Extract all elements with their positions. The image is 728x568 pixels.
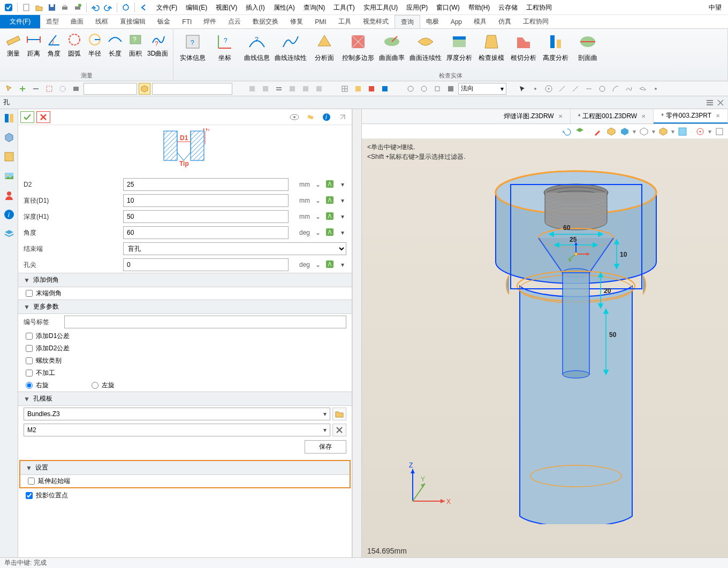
ribbon-item-radius[interactable]: 半径 [85,30,105,59]
ribbon-tab-active[interactable]: 查询 [395,15,420,28]
ribbon-item-thickness[interactable]: 厚度分析 [443,30,475,64]
ribbon-item-curve-info[interactable]: ?曲线信息 [241,30,273,64]
line-icon[interactable] [583,83,595,95]
menu-file[interactable]: 文件(F) [152,1,181,14]
toggle-icon[interactable] [260,83,271,95]
check-d2-tol[interactable] [26,345,33,352]
sync-icon[interactable] [405,83,416,95]
delete-button[interactable] [332,424,346,436]
ribbon-tab[interactable]: 焊件 [198,15,222,28]
circle-icon[interactable] [596,83,608,95]
template-file-combo[interactable]: Bundles.Z3▾ [24,408,330,420]
ribbon-item-entity-info[interactable]: ?实体信息 [177,30,209,64]
print-preview-icon[interactable] [72,2,84,13]
target-icon[interactable] [695,126,706,137]
ribbon-item-analyze-face[interactable]: 分析面 [308,30,340,64]
side-tab-assembly[interactable] [2,131,16,144]
menu-window[interactable]: 窗口(W) [432,1,464,14]
isometric-icon[interactable] [658,126,669,137]
ribbon-tab[interactable]: 钣金 [151,15,176,28]
refresh-icon[interactable] [120,2,132,13]
tool-icon[interactable] [529,83,541,95]
cube-icon[interactable] [606,126,617,137]
ribbon-tab[interactable]: App [445,15,468,28]
toggle-icon[interactable] [300,83,312,95]
ribbon-tab[interactable]: FTI [176,15,198,28]
undo-icon[interactable] [89,2,101,13]
panel-close-icon[interactable] [716,98,725,107]
toggle-icon[interactable] [246,83,258,95]
ribbon-item-angle[interactable]: 角度 [44,30,64,59]
menu-query[interactable]: 查询(N) [299,1,330,14]
check-d1-tol[interactable] [26,333,33,340]
section-chamfer[interactable]: ▼添加倒角 [18,273,352,287]
ribbon-tab[interactable]: 修复 [284,15,309,28]
layers-icon[interactable] [574,126,585,137]
document-tab[interactable]: 焊缝详图.Z3DRW✕ [496,109,571,124]
check-proj-pos[interactable] [26,492,33,499]
play-icon[interactable] [543,83,555,95]
ribbon-tab[interactable]: 点云 [222,15,247,28]
filter-icon[interactable] [70,83,82,95]
line-icon[interactable] [570,83,581,95]
side-tab-user[interactable] [2,188,16,202]
color-icon[interactable] [379,83,391,95]
param-input-angle[interactable] [123,226,289,239]
ribbon-item-undercut[interactable]: 根切分析 [507,30,540,64]
section-icon[interactable] [677,126,688,137]
cube-shaded-icon[interactable] [619,126,630,137]
remove-icon[interactable] [30,83,42,95]
lasso-icon[interactable] [57,83,69,95]
tool-icon[interactable] [556,83,568,95]
side-tab-image[interactable] [2,169,16,183]
ribbon-tab[interactable]: 电极 [420,15,445,28]
apply-icon[interactable] [325,227,336,238]
cancel-button[interactable] [36,111,50,123]
eraser-icon[interactable] [304,111,317,123]
dropdown-icon[interactable]: ▾ [339,229,346,236]
ribbon-item-length[interactable]: 长度 [105,30,125,59]
ribbon-tab[interactable]: PMI [309,15,332,28]
toggle-icon[interactable] [313,83,325,95]
wireframe-icon[interactable] [639,126,649,137]
dropdown-icon[interactable]: ▾ [339,181,346,188]
menu-tools[interactable]: 工具(T) [329,1,359,14]
ok-button[interactable] [20,111,34,123]
visibility-icon[interactable] [287,111,301,123]
dropdown-icon[interactable]: ▾ [339,261,346,268]
radio-left-hand[interactable] [92,382,98,389]
apply-icon[interactable] [325,259,336,270]
side-tab-info[interactable]: i [2,208,16,221]
section-settings[interactable]: ▼设置 [20,461,350,475]
ribbon-tab[interactable]: 造型 [40,15,65,28]
ribbon-tab[interactable]: 视觉样式 [357,15,395,28]
dropdown-icon[interactable]: ⌄ [314,229,322,236]
undo-icon[interactable] [561,126,572,137]
param-input-tip[interactable] [123,258,289,271]
ribbon-tab[interactable]: 曲面 [65,15,89,28]
color-icon[interactable] [352,83,364,95]
menu-edit[interactable]: 编辑(E) [181,1,211,14]
ribbon-tab[interactable]: 模具 [468,15,492,28]
ribbon-item-draft[interactable]: 检查拔模 [475,30,507,64]
spline-icon[interactable] [623,83,635,95]
arc-icon[interactable] [610,83,621,95]
material-combo[interactable] [152,83,232,95]
sync-icon[interactable] [418,83,430,95]
ribbon-item-curve-cont[interactable]: 曲线连续性 [273,30,308,64]
apply-icon[interactable] [325,179,336,190]
redo-icon[interactable] [102,2,114,13]
menu-help[interactable]: 帮助(H) [464,1,495,14]
ribbon-item-arc[interactable]: 圆弧 [64,30,85,59]
check-no-machining[interactable] [26,370,33,377]
side-tab-view[interactable] [2,150,16,164]
grid-icon[interactable] [339,83,351,95]
save-icon[interactable] [46,2,58,13]
save-button[interactable]: 保存 [305,440,346,454]
select-box-icon[interactable] [43,83,55,95]
radio-right-hand[interactable] [26,382,33,389]
toggle-icon[interactable] [286,83,298,95]
browse-button[interactable] [332,408,346,420]
ribbon-tab[interactable]: 工具 [332,15,357,28]
document-tab[interactable]: * 工程图001.Z3DRW✕ [571,109,654,124]
